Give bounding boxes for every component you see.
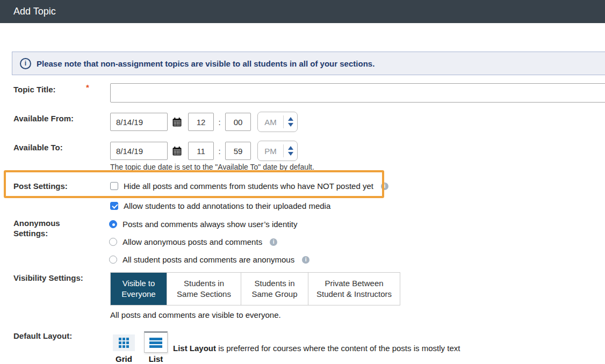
default-layout-label: Default Layout: (13, 331, 72, 340)
available-to-row: : PM (110, 141, 298, 161)
available-from-hour-input[interactable] (188, 113, 214, 131)
anonymous-option-2: Allow anonymous posts and comments (109, 237, 277, 246)
list-layout-icon (149, 338, 162, 348)
visibility-settings-label: Visibility Settings: (13, 273, 83, 282)
spinner-up-icon[interactable] (288, 146, 293, 150)
tab-students-same-group[interactable]: Students inSame Group (241, 273, 308, 305)
annotations-checkbox[interactable] (110, 202, 118, 210)
layout-description: List Layout is preferred for courses whe… (173, 344, 460, 353)
grid-layout-icon (119, 338, 129, 348)
list-label: List (144, 354, 168, 363)
topic-title-label: Topic Title: (13, 85, 56, 94)
tab-label: Visible toEveryone (121, 278, 155, 300)
tab-label: Students inSame Group (251, 278, 297, 300)
anonymous-option-1: Posts and comments always show user’s id… (109, 220, 297, 229)
info-circle-icon (20, 58, 31, 69)
due-date-note: The topic due date is set to the "Availa… (110, 163, 314, 171)
add-topic-page: Add Topic Please note that non-assignmen… (0, 0, 605, 364)
available-from-label: Available From: (13, 114, 74, 123)
page-header: Add Topic (0, 0, 605, 23)
calendar-icon[interactable] (171, 144, 183, 157)
anonymous-option-3: All student posts and comments are anony… (109, 255, 309, 264)
available-to-minute-input[interactable] (225, 142, 251, 160)
layout-description-rest: is preferred for courses where the conte… (216, 344, 460, 353)
identity-radio[interactable] (109, 220, 117, 228)
available-to-date-input[interactable] (110, 142, 168, 160)
visibility-segmented-control: Visible toEveryone Students inSame Secti… (110, 272, 400, 305)
available-from-minute-input[interactable] (225, 113, 251, 131)
info-icon[interactable] (381, 183, 388, 190)
topic-title-input[interactable] (110, 83, 605, 103)
radio-label: Posts and comments always show user’s id… (123, 220, 297, 229)
info-icon[interactable] (270, 238, 277, 246)
tab-label: Private BetweenStudent & Instructors (316, 278, 392, 300)
available-to-hour-input[interactable] (188, 142, 214, 160)
label-line: Settings: (13, 229, 60, 238)
meridiem-value: AM (258, 118, 283, 127)
all-anonymous-radio[interactable] (109, 256, 117, 264)
info-icon[interactable] (302, 256, 309, 264)
hide-posts-option: Hide all posts and comments from student… (110, 181, 388, 191)
available-to-meridiem-control[interactable]: PM (257, 141, 298, 161)
time-separator: : (214, 147, 225, 156)
available-to-label: Available To: (13, 143, 63, 152)
layout-description-bold: List Layout (173, 344, 216, 353)
list-layout-button[interactable] (144, 331, 168, 353)
required-asterisk: * (86, 83, 89, 92)
tab-label: Students inSame Sections (177, 278, 231, 300)
radio-label: All student posts and comments are anony… (123, 255, 294, 264)
tab-private-student-instructors[interactable]: Private BetweenStudent & Instructors (308, 273, 400, 305)
grid-label: Grid (112, 354, 136, 363)
time-separator: : (214, 118, 225, 127)
visibility-caption: All posts and comments are visible to ev… (110, 310, 281, 319)
available-from-row: : AM (110, 112, 298, 132)
page-title: Add Topic (13, 0, 56, 23)
spinner-down-icon[interactable] (288, 152, 293, 156)
label-line: Anonymous (13, 219, 60, 228)
hide-posts-checkbox[interactable] (110, 182, 118, 190)
radio-label: Allow anonymous posts and comments (123, 237, 262, 246)
notice-text: Please note that non-assignment topics a… (37, 59, 374, 68)
grid-layout-button[interactable] (113, 334, 135, 351)
spinner-down-icon[interactable] (288, 123, 293, 127)
spinner-up-icon[interactable] (288, 117, 293, 121)
notice-banner: Please note that non-assignment topics a… (12, 52, 605, 75)
checkbox-label: Allow students to add annotations to the… (124, 201, 330, 210)
annotations-option: Allow students to add annotations to the… (110, 201, 330, 210)
calendar-icon[interactable] (171, 115, 183, 128)
calendar-icon-glyph (172, 118, 182, 127)
meridiem-spinner[interactable] (284, 146, 297, 156)
available-from-meridiem-control[interactable]: AM (257, 112, 298, 132)
post-settings-label: Post Settings: (13, 181, 68, 191)
meridiem-spinner[interactable] (284, 117, 297, 127)
tab-students-same-sections[interactable]: Students inSame Sections (167, 273, 241, 305)
available-from-date-input[interactable] (110, 113, 168, 131)
anonymous-settings-label: Anonymous Settings: (13, 219, 60, 238)
allow-anonymous-radio[interactable] (109, 238, 117, 246)
tab-visible-to-everyone[interactable]: Visible toEveryone (111, 273, 167, 305)
meridiem-value: PM (258, 147, 283, 156)
calendar-icon-glyph (172, 147, 182, 156)
checkbox-label: Hide all posts and comments from student… (124, 181, 373, 191)
